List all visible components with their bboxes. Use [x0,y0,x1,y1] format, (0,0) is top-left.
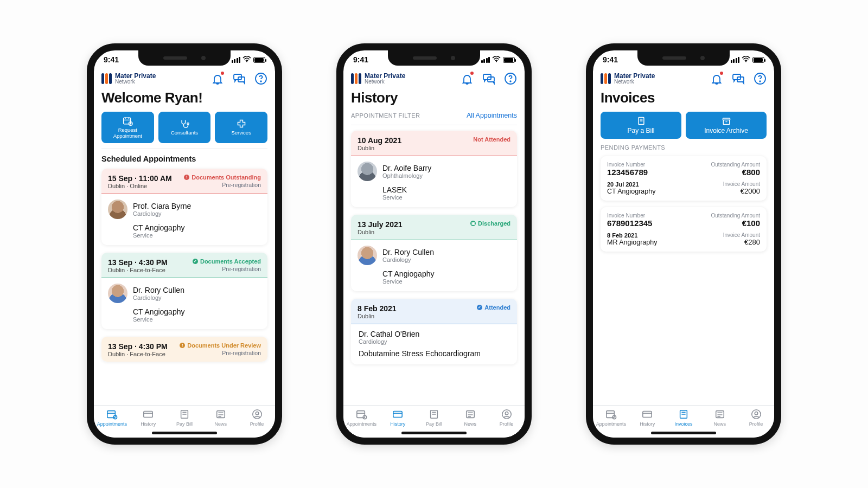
signal-icon [481,57,490,63]
appointment-card[interactable]: 13 Sep · 4:30 PM Dublin · Face-to-Face ✓… [101,253,267,329]
tab-appointments[interactable]: Appointments [595,409,627,427]
tab-paybill[interactable]: Pay Bill [418,409,450,427]
brand-bar: Mater PrivateNetwork [351,72,517,85]
tab-appointments[interactable]: Appointments [345,409,378,427]
invoice-date: 8 Feb 2021 [607,232,657,239]
doctor-name: Dr. Cathal O'Brien [359,330,510,338]
help-icon[interactable] [754,72,767,85]
brand-logo: Mater PrivateNetwork [601,73,655,85]
check-icon: ✓ [193,259,198,264]
brand-logo: Mater PrivateNetwork [351,73,405,85]
visit-status: Not Attended [473,136,510,143]
logo-mark-icon [101,73,112,84]
tab-news[interactable]: News [704,409,736,427]
doctor-name: Dr. Rory Cullen [382,248,434,256]
invoice-card[interactable]: Invoice Number123456789 Outstanding Amou… [601,156,767,201]
service-name: Dobutamine Stress Echocardiogram [359,349,510,358]
appointment-card[interactable]: 13 Sep · 4:30 PM Dublin · Face-to-Face !… [101,337,267,362]
appt-datetime: 13 Sep · 4:30 PM [108,342,168,351]
visit-status: Discharged [478,220,510,227]
svg-point-41 [755,412,757,414]
tab-news[interactable]: News [205,409,237,427]
invoice-archive-button[interactable]: Invoice Archive [686,112,767,139]
notifications-icon[interactable] [211,72,224,85]
calendar-icon [355,409,367,420]
history-card[interactable]: 8 Feb 2021 Dublin ✓Attended Dr. Cathal O… [351,299,517,364]
outstanding-amount: €100 [711,219,760,228]
bill-icon [178,409,190,420]
tab-paybill[interactable]: Pay Bill [168,409,201,427]
appt-status-sub: Pre-registration [184,182,261,188]
news-icon [714,409,726,420]
tab-profile[interactable]: Profile [740,409,773,427]
notifications-icon[interactable] [710,72,723,85]
divider [101,149,267,149]
pay-bill-button[interactable]: Pay a Bill [601,112,681,139]
request-appointment-button[interactable]: Request Appointment [101,112,154,143]
doctor-avatar [358,162,377,181]
doctor-specialty: Ophthalmology [382,172,431,179]
tab-history[interactable]: History [132,409,164,427]
tab-profile[interactable]: Profile [490,409,523,427]
tab-history[interactable]: History [381,409,414,427]
history-card[interactable]: 10 Aug 2021 Dublin Not Attended Dr. Aoif… [351,131,517,207]
tab-invoices[interactable]: Invoices [667,409,700,427]
invoice-card[interactable]: Invoice Number6789012345 Outstanding Amo… [601,207,767,252]
tab-bar: Appointments History Pay Bill News Profi… [94,405,275,438]
svg-point-7 [187,123,189,125]
svg-rect-22 [393,412,402,418]
tab-profile[interactable]: Profile [241,409,273,427]
appt-datetime: 13 Sep · 4:30 PM [108,258,168,267]
discharged-icon: ▣ [470,221,476,226]
calendar-add-icon [122,116,133,126]
wifi-icon [492,55,501,64]
signal-icon [731,57,740,63]
invoice-amount: €2000 [723,187,760,195]
svg-point-15 [496,61,497,62]
svg-rect-20 [357,411,365,418]
chat-icon[interactable] [732,72,745,85]
appt-location: Dublin · Online [108,183,172,189]
invoice-number: 123456789 [607,168,648,177]
service-name: CT Angiogaphy [133,307,261,316]
appointment-card[interactable]: 15 Sep · 11:00 AM Dublin · Online !Docum… [101,169,267,245]
tab-appointments[interactable]: Appointments [95,409,128,427]
tab-history[interactable]: History [631,409,663,427]
news-icon [215,409,227,420]
svg-rect-5 [124,118,131,124]
consultants-button[interactable]: Consultants [158,112,211,143]
help-icon[interactable] [254,72,267,85]
svg-point-19 [510,81,511,82]
doctor-specialty: Cardiology [359,338,510,345]
svg-point-4 [260,81,261,82]
filter-dropdown[interactable]: All Appointments [467,112,517,119]
card-icon [641,409,653,420]
appt-location: Dublin · Face-to-Face [108,351,168,357]
invoice-number: 6789012345 [607,219,652,228]
doctor-name: Dr. Aoife Barry [382,164,431,172]
visit-location: Dublin [358,229,403,235]
help-icon[interactable] [504,72,517,85]
service-label: Service [382,194,510,201]
doctor-specialty: Cardiology [382,256,434,263]
phone-history: 9:41 Mater PrivateNetwork History APPOIN… [336,43,532,445]
services-button[interactable]: Services [215,112,267,143]
history-card[interactable]: 13 July 2021 Dublin ▣Discharged Dr. Rory… [351,215,517,291]
invoice-amount-label: Invoice Amount [723,181,760,187]
appt-datetime: 15 Sep · 11:00 AM [108,174,172,183]
notifications-icon[interactable] [461,72,474,85]
logo-mark-icon [601,73,611,84]
brand-bar: Mater PrivateNetwork [601,72,767,85]
tab-bar: Appointments History Pay Bill News Profi… [343,405,525,438]
tab-news[interactable]: News [454,409,487,427]
chat-icon[interactable] [233,72,246,85]
service-label: Service [133,316,261,323]
svg-rect-10 [144,412,152,418]
svg-point-31 [760,81,761,82]
chat-icon[interactable] [482,72,495,85]
svg-point-0 [246,61,247,62]
service-label: Service [382,278,510,285]
svg-rect-35 [607,411,615,418]
page-title: History [351,89,517,106]
phone-welcome: 9:41 Mater PrivateNetwork Welcome Ryan! … [87,43,282,445]
